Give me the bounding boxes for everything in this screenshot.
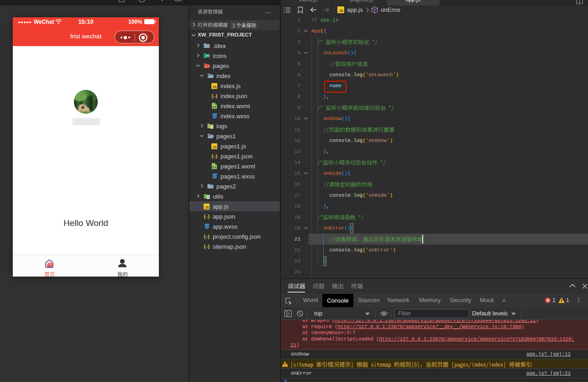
svg-text:JS: JS (205, 205, 209, 209)
svg-text:}: } (215, 93, 218, 99)
svg-text:JS: JS (212, 85, 216, 89)
svg-text:{: { (211, 93, 214, 99)
svg-text:{: { (204, 244, 206, 249)
svg-text:{: { (211, 153, 214, 159)
svg-text:}: } (215, 153, 218, 159)
svg-text:JS: JS (212, 145, 216, 149)
svg-text:}: } (208, 234, 210, 239)
svg-text:JS: JS (339, 9, 343, 13)
svg-text:}: } (208, 214, 210, 219)
svg-text:}: } (208, 244, 210, 249)
svg-text:{: { (204, 234, 206, 239)
svg-text:{: { (204, 214, 206, 219)
